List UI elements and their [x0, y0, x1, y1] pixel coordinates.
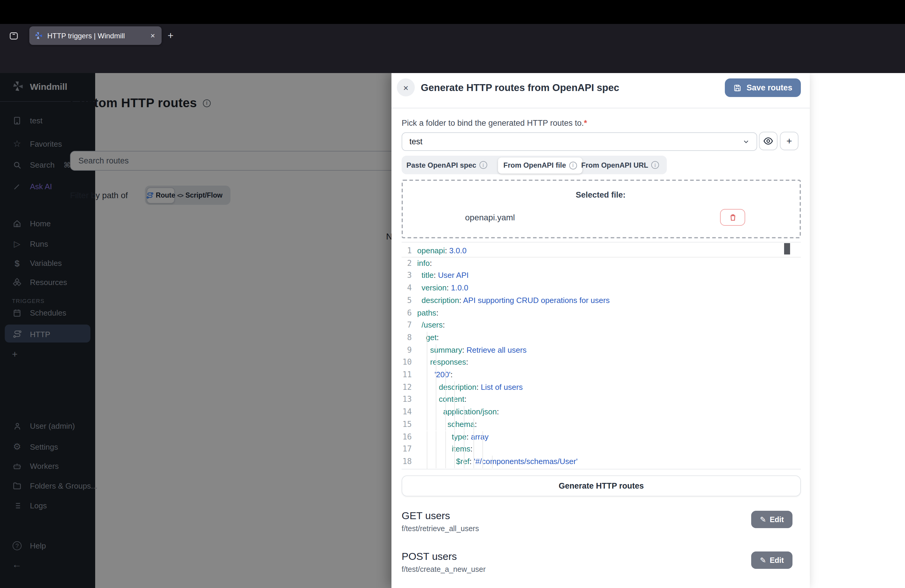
selected-file-name: openapi.yaml: [465, 213, 515, 222]
code-line[interactable]: 8 get:: [402, 332, 801, 344]
code-line[interactable]: 15 schema:: [402, 418, 801, 431]
indent-guide: [483, 431, 483, 443]
indent-guide: [455, 418, 455, 431]
new-tab-button[interactable]: +: [168, 30, 173, 42]
tab-from-file[interactable]: From OpenAPI file i: [498, 157, 582, 173]
indent-guide: [455, 456, 455, 468]
indent-guide: [483, 456, 483, 468]
indent-guide: [436, 406, 437, 418]
code-line[interactable]: 13 content:: [402, 394, 801, 406]
indent-guide: [445, 381, 446, 393]
indent-guide: [436, 344, 437, 356]
indent-guide: [455, 443, 455, 455]
save-icon: [733, 84, 741, 92]
address-toolbar: ← → http://localhost:3000/routes?filter_…: [0, 47, 905, 73]
close-icon[interactable]: ×: [397, 78, 415, 96]
editor-scrollbar-thumb[interactable]: [784, 243, 790, 254]
indent-guide: [427, 332, 427, 344]
indent-guide: [427, 357, 427, 369]
code-line[interactable]: 1openapi: 3.0.0: [402, 245, 801, 257]
indent-guide: [436, 431, 437, 443]
indent-guide: [455, 381, 455, 393]
tab-from-url[interactable]: From OpenAPI URL i: [581, 157, 659, 173]
browser-window: HTTP triggers | Windmill × + ← → http://…: [0, 0, 905, 588]
code-line[interactable]: 14 application/json:: [402, 406, 801, 418]
edit-route-get-button[interactable]: ✎ Edit: [751, 511, 792, 528]
indent-guide: [464, 456, 464, 468]
folder-select[interactable]: test: [402, 132, 757, 151]
drawer-title: Generate HTTP routes from OpenAPI spec: [421, 82, 619, 94]
pencil-icon: ✎: [760, 556, 766, 565]
edit-route-post-button[interactable]: ✎ Edit: [751, 551, 792, 569]
indent-guide: [436, 357, 437, 369]
route-name-post: POST users: [402, 551, 457, 563]
code-line[interactable]: 19 post:: [402, 468, 801, 469]
selected-file-label: Selected file:: [391, 191, 810, 199]
required-asterisk: *: [584, 119, 587, 127]
code-line[interactable]: 4 version: 1.0.0: [402, 282, 801, 294]
indent-guide: [464, 418, 464, 431]
indent-guide: [427, 456, 427, 468]
pencil-icon: ✎: [760, 515, 766, 524]
page-content: Windmill test ☆ Favorites Search ⌘k Ask …: [0, 73, 905, 588]
indent-guide: [436, 394, 437, 406]
code-line[interactable]: 12 description: List of users: [402, 381, 801, 393]
tab-bar: HTTP triggers | Windmill × +: [0, 24, 905, 47]
code-line[interactable]: 2info:: [402, 257, 801, 269]
browser-tab[interactable]: HTTP triggers | Windmill ×: [29, 26, 162, 45]
code-line[interactable]: 10 responses:: [402, 357, 801, 369]
code-line[interactable]: 7 /users:: [402, 319, 801, 331]
indent-guide: [445, 431, 446, 443]
code-line[interactable]: 9 summary: Retrieve all users: [402, 344, 801, 356]
indent-guide: [445, 394, 446, 406]
indent-guide: [483, 443, 483, 455]
indent-guide: [492, 456, 492, 468]
code-line[interactable]: 17 items:: [402, 443, 801, 455]
eye-icon: [763, 136, 773, 146]
indent-guide: [427, 369, 427, 381]
screenshot-stage: HTTP triggers | Windmill × + ← → http://…: [0, 0, 905, 588]
indent-guide: [427, 381, 427, 393]
code-line[interactable]: 18 $ref: '#/components/schemas/User': [402, 456, 801, 468]
indent-guide: [436, 456, 437, 468]
code-editor[interactable]: 1openapi: 3.0.02info:3 title: User API4 …: [402, 242, 801, 469]
indent-guide: [436, 381, 437, 393]
indent-guide: [427, 394, 427, 406]
code-line[interactable]: 11 '200':: [402, 369, 801, 381]
code-line[interactable]: 6paths:: [402, 307, 801, 319]
preview-folder-button[interactable]: [759, 132, 778, 150]
indent-guide: [427, 344, 427, 356]
code-line[interactable]: 16 type: array: [402, 431, 801, 443]
firefox-view-icon[interactable]: [7, 29, 21, 43]
drawer-panel: × Generate HTTP routes from OpenAPI spec…: [391, 73, 810, 588]
tab-title: HTTP triggers | Windmill: [47, 32, 149, 40]
route-path-post: f/test/create_a_new_user: [402, 565, 486, 574]
indent-guide: [445, 456, 446, 468]
generate-routes-button[interactable]: Generate HTTP routes: [402, 475, 801, 496]
indent-guide: [427, 468, 427, 469]
indent-guide: [445, 443, 446, 455]
indent-guide: [455, 406, 455, 418]
code-line[interactable]: 3 title: User API: [402, 270, 801, 282]
indent-guide: [473, 431, 474, 443]
modal-overlay[interactable]: [0, 73, 391, 588]
tab-close-icon[interactable]: ×: [149, 31, 157, 40]
indent-guide: [427, 443, 427, 455]
indent-guide: [464, 431, 464, 443]
menu-bar-strip: [0, 0, 905, 24]
indent-guide: [473, 456, 474, 468]
indent-guide: [464, 443, 464, 455]
chevron-down-icon: [743, 138, 749, 145]
tab-paste-spec[interactable]: Paste OpenAPI spec i: [406, 157, 487, 173]
info-icon[interactable]: i: [651, 161, 659, 169]
add-folder-button[interactable]: +: [780, 132, 799, 150]
info-icon[interactable]: i: [479, 161, 487, 169]
indent-guide: [445, 369, 446, 381]
save-routes-button[interactable]: Save routes: [725, 78, 801, 97]
info-icon[interactable]: i: [569, 161, 577, 169]
plus-icon: +: [786, 136, 792, 146]
indent-guide: [436, 418, 437, 431]
remove-file-button[interactable]: [720, 209, 745, 226]
indent-guide: [445, 406, 446, 418]
code-line[interactable]: 5 description: API supporting CRUD opera…: [402, 295, 801, 307]
